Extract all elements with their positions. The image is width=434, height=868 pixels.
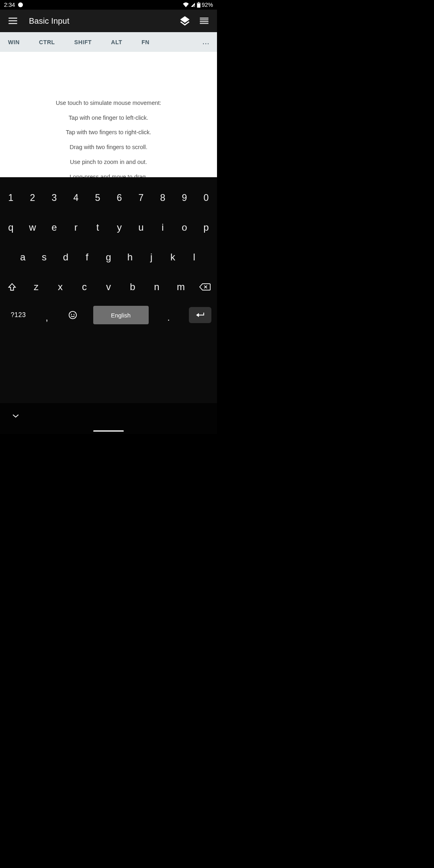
key-row-mid: a s d f g h j k l	[0, 242, 217, 272]
nav-drawer-button[interactable]	[3, 11, 23, 31]
touchpad-area[interactable]: Use touch to simulate mouse movement: Ta…	[0, 52, 217, 177]
svg-rect-6	[8, 23, 17, 24]
key-m[interactable]: m	[169, 281, 193, 293]
svg-rect-8	[200, 19, 208, 20]
key-0[interactable]: 0	[195, 192, 217, 203]
instruction-line: Drag with two fingers to scroll.	[70, 143, 147, 151]
modkey-fn[interactable]: FN	[132, 39, 159, 45]
key-row-numbers: 1 2 3 4 5 6 7 8 9 0	[0, 183, 217, 213]
key-p[interactable]: p	[195, 222, 217, 233]
keyboard-hide-button[interactable]	[12, 413, 19, 420]
key-2[interactable]: 2	[22, 192, 43, 203]
wifi-icon	[183, 2, 189, 7]
svg-rect-9	[200, 21, 208, 22]
key-a[interactable]: a	[12, 252, 33, 263]
key-u[interactable]: u	[130, 222, 152, 233]
instruction-line: Long-press and move to drag.	[70, 173, 147, 177]
svg-rect-10	[200, 23, 208, 24]
key-o[interactable]: o	[174, 222, 195, 233]
key-j[interactable]: j	[141, 252, 162, 263]
key-period[interactable]: .	[160, 306, 178, 324]
chevron-down-icon	[12, 414, 19, 418]
key-3[interactable]: 3	[43, 192, 65, 203]
backspace-icon	[199, 283, 211, 291]
key-g[interactable]: g	[98, 252, 119, 263]
menu-icon	[200, 18, 209, 24]
key-symbols[interactable]: ?123	[6, 306, 31, 324]
modifier-key-row: WIN CTRL SHIFT ALT FN ...	[0, 32, 217, 52]
instruction-line: Tap with one finger to left-click.	[69, 114, 148, 122]
svg-rect-3	[197, 3, 200, 3]
instruction-line: Tap with two fingers to right-click.	[66, 129, 151, 136]
svg-rect-4	[8, 18, 17, 18]
svg-point-11	[69, 311, 76, 319]
app-bar: Basic Input	[0, 10, 217, 32]
key-h[interactable]: h	[119, 252, 141, 263]
key-spacebar[interactable]: English	[93, 306, 149, 324]
key-4[interactable]: 4	[65, 192, 87, 203]
modkey-ctrl[interactable]: CTRL	[29, 39, 65, 45]
key-f[interactable]: f	[76, 252, 98, 263]
key-5[interactable]: 5	[87, 192, 108, 203]
key-row-top: q w e r t y u i o p	[0, 213, 217, 242]
modkey-win[interactable]: WIN	[0, 39, 29, 45]
cellular-signal-icon	[190, 2, 196, 7]
key-x[interactable]: x	[48, 281, 72, 293]
shift-icon	[8, 282, 16, 292]
key-e[interactable]: e	[43, 222, 65, 233]
key-t[interactable]: t	[87, 222, 108, 233]
svg-rect-2	[198, 2, 199, 3]
gesture-pill[interactable]	[93, 430, 124, 432]
key-z[interactable]: z	[24, 281, 48, 293]
key-6[interactable]: 6	[108, 192, 130, 203]
soft-keyboard: 1 2 3 4 5 6 7 8 9 0 q w e r t y u i o p …	[0, 177, 217, 403]
hamburger-icon	[8, 18, 17, 24]
system-nav-bar	[0, 403, 217, 434]
svg-rect-5	[8, 20, 17, 21]
enter-icon	[195, 311, 205, 319]
key-s[interactable]: s	[33, 252, 55, 263]
notification-dot-icon	[18, 2, 23, 7]
key-enter[interactable]	[189, 307, 211, 323]
modkey-shift[interactable]: SHIFT	[65, 39, 101, 45]
layers-button[interactable]	[175, 11, 194, 31]
overflow-menu-button[interactable]	[194, 11, 214, 31]
key-9[interactable]: 9	[174, 192, 195, 203]
key-i[interactable]: i	[152, 222, 174, 233]
battery-icon	[197, 2, 201, 8]
modkey-alt[interactable]: ALT	[101, 39, 132, 45]
modkey-more[interactable]: ...	[199, 39, 217, 45]
key-7[interactable]: 7	[130, 192, 152, 203]
statusbar-clock: 2:34	[4, 2, 15, 8]
svg-point-12	[71, 314, 72, 315]
instruction-line: Use pinch to zoom in and out.	[70, 158, 147, 166]
key-q[interactable]: q	[0, 222, 22, 233]
android-statusbar: 2:34 92%	[0, 0, 217, 10]
key-d[interactable]: d	[55, 252, 76, 263]
key-1[interactable]: 1	[0, 192, 22, 203]
key-w[interactable]: w	[22, 222, 43, 233]
key-b[interactable]: b	[121, 281, 145, 293]
layers-icon	[179, 15, 190, 27]
page-title: Basic Input	[29, 16, 70, 26]
emoji-icon	[68, 311, 77, 319]
key-emoji[interactable]	[63, 306, 82, 324]
key-k[interactable]: k	[162, 252, 183, 263]
battery-percent: 92%	[202, 2, 213, 8]
key-row-bot: z x c v b n m	[0, 272, 217, 302]
key-y[interactable]: y	[108, 222, 130, 233]
svg-rect-7	[200, 18, 208, 18]
key-l[interactable]: l	[184, 252, 205, 263]
key-shift[interactable]	[0, 282, 24, 292]
key-backspace[interactable]	[193, 283, 217, 291]
instruction-line: Use touch to simulate mouse movement:	[56, 99, 162, 107]
key-n[interactable]: n	[145, 281, 169, 293]
key-row-space: ?123 , English .	[0, 302, 217, 328]
key-c[interactable]: c	[72, 281, 96, 293]
key-v[interactable]: v	[96, 281, 121, 293]
svg-point-13	[73, 314, 74, 315]
svg-rect-1	[197, 2, 200, 8]
key-r[interactable]: r	[65, 222, 87, 233]
key-comma[interactable]: ,	[38, 306, 56, 324]
key-8[interactable]: 8	[152, 192, 174, 203]
